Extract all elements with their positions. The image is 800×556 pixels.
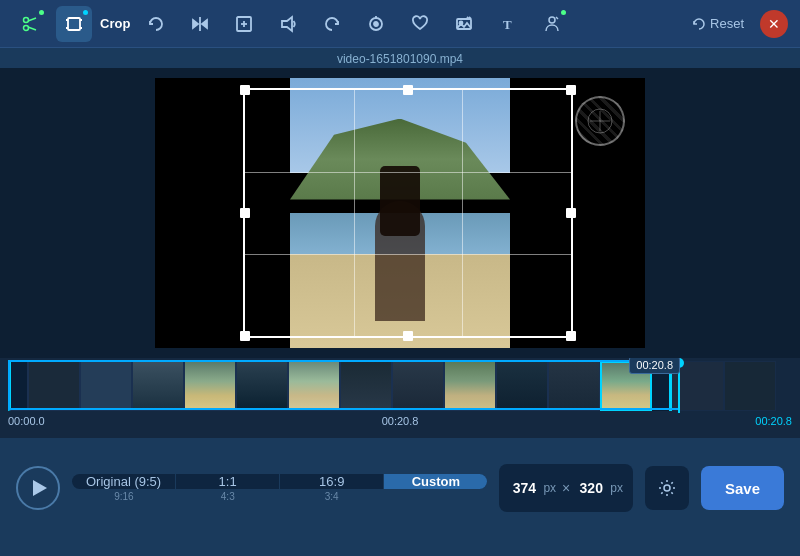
width-value[interactable]: 374 bbox=[509, 480, 539, 496]
crop-handle-tr[interactable] bbox=[566, 85, 576, 95]
crop-overlay[interactable] bbox=[243, 88, 573, 338]
crop-handle-mr[interactable] bbox=[566, 208, 576, 218]
dimension-inputs: 374 px × 320 px bbox=[499, 464, 633, 512]
svg-point-24 bbox=[549, 17, 555, 23]
svg-marker-15 bbox=[282, 17, 292, 31]
save-button[interactable]: Save bbox=[701, 466, 784, 510]
svg-marker-11 bbox=[202, 20, 207, 28]
grid-line-v2 bbox=[462, 90, 463, 336]
cut-tool-btn[interactable] bbox=[12, 6, 48, 42]
sub-label-916: 9:16 bbox=[72, 491, 176, 502]
grid-line-v1 bbox=[354, 90, 355, 336]
timeline[interactable]: 00:20.8 00 bbox=[0, 358, 800, 438]
preset-custom[interactable]: Custom bbox=[384, 474, 487, 489]
crop-handle-ml[interactable] bbox=[240, 208, 250, 218]
timeline-track[interactable] bbox=[0, 358, 800, 413]
list-item bbox=[132, 361, 184, 411]
list-item bbox=[236, 361, 288, 411]
zoom-tool-btn[interactable] bbox=[226, 6, 262, 42]
timestamp-tooltip: 00:20.8 bbox=[629, 358, 680, 374]
svg-point-29 bbox=[664, 485, 670, 491]
crop-tool-btn[interactable] bbox=[56, 6, 92, 42]
close-button[interactable]: ✕ bbox=[760, 10, 788, 38]
timeline-timestamps: 00:00.0 00:20.8 00:20.8 bbox=[0, 413, 800, 429]
crop-handle-bl[interactable] bbox=[240, 331, 250, 341]
reset-button[interactable]: Reset bbox=[684, 12, 752, 35]
picture-tool-btn[interactable] bbox=[446, 6, 482, 42]
person-tool-btn[interactable] bbox=[534, 6, 570, 42]
crop-label: Crop bbox=[100, 16, 130, 31]
list-item bbox=[392, 361, 444, 411]
replay-tool-btn[interactable] bbox=[314, 6, 350, 42]
rotate-tool-btn[interactable] bbox=[138, 6, 174, 42]
list-item bbox=[28, 361, 80, 411]
grid-line-h2 bbox=[245, 254, 571, 255]
sub-labels-row: 9:16 4:3 3:4 bbox=[72, 489, 487, 502]
time-end: 00:20.8 bbox=[755, 415, 792, 427]
time-start: 00:00.0 bbox=[8, 415, 45, 427]
list-item bbox=[80, 361, 132, 411]
watermark bbox=[565, 88, 635, 153]
filename-bar: video-1651801090.mp4 bbox=[0, 48, 800, 68]
times-symbol: × bbox=[560, 480, 572, 496]
width-unit: px bbox=[543, 481, 556, 495]
crop-handle-br[interactable] bbox=[566, 331, 576, 341]
love-tool-btn[interactable] bbox=[402, 6, 438, 42]
list-item bbox=[288, 361, 340, 411]
preset-original[interactable]: Original (9:5) bbox=[72, 474, 176, 489]
crop-handle-tm[interactable] bbox=[403, 85, 413, 95]
list-item bbox=[724, 361, 776, 411]
tooltip-time: 00:20.8 bbox=[636, 359, 673, 371]
list-item bbox=[184, 361, 236, 411]
svg-marker-10 bbox=[193, 20, 198, 28]
svg-line-25 bbox=[556, 17, 558, 19]
preset-16x9[interactable]: 16:9 bbox=[280, 474, 384, 489]
crop-presets: Original (9:5) 1:1 16:9 Custom bbox=[72, 474, 487, 489]
video-container[interactable] bbox=[155, 78, 645, 348]
video-area bbox=[0, 68, 800, 358]
preset-1x1[interactable]: 1:1 bbox=[176, 474, 280, 489]
sub-label-43: 4:3 bbox=[176, 491, 280, 502]
svg-point-1 bbox=[24, 25, 29, 30]
list-item bbox=[340, 361, 392, 411]
time-mid: 00:20.8 bbox=[382, 415, 419, 427]
play-icon bbox=[33, 480, 47, 496]
reset-label: Reset bbox=[710, 16, 744, 31]
settings-button[interactable] bbox=[645, 466, 689, 510]
presets-wrapper: Original (9:5) 1:1 16:9 Custom 9:16 4:3 … bbox=[72, 474, 487, 502]
list-item bbox=[444, 361, 496, 411]
toolbar: Crop bbox=[0, 0, 800, 48]
height-value[interactable]: 320 bbox=[576, 480, 606, 496]
text-tool-btn[interactable]: T bbox=[490, 6, 526, 42]
mirror-tool-btn[interactable] bbox=[182, 6, 218, 42]
audio-tool-btn[interactable] bbox=[270, 6, 306, 42]
svg-rect-4 bbox=[68, 18, 80, 30]
svg-point-0 bbox=[24, 17, 29, 22]
speed-tool-btn[interactable] bbox=[358, 6, 394, 42]
crop-handle-tl[interactable] bbox=[240, 85, 250, 95]
video-frame bbox=[155, 78, 645, 348]
bottom-controls: Original (9:5) 1:1 16:9 Custom 9:16 4:3 … bbox=[0, 438, 800, 538]
svg-text:T: T bbox=[503, 17, 512, 32]
crop-handle-bm[interactable] bbox=[403, 331, 413, 341]
height-unit: px bbox=[610, 481, 623, 495]
play-button[interactable] bbox=[16, 466, 60, 510]
filename: video-1651801090.mp4 bbox=[337, 52, 463, 66]
thumb-start-cap bbox=[8, 361, 28, 411]
svg-point-17 bbox=[374, 22, 378, 26]
list-item bbox=[548, 361, 600, 411]
grid-line-h1 bbox=[245, 172, 571, 173]
list-item bbox=[496, 361, 548, 411]
sub-label-34: 3:4 bbox=[280, 491, 384, 502]
